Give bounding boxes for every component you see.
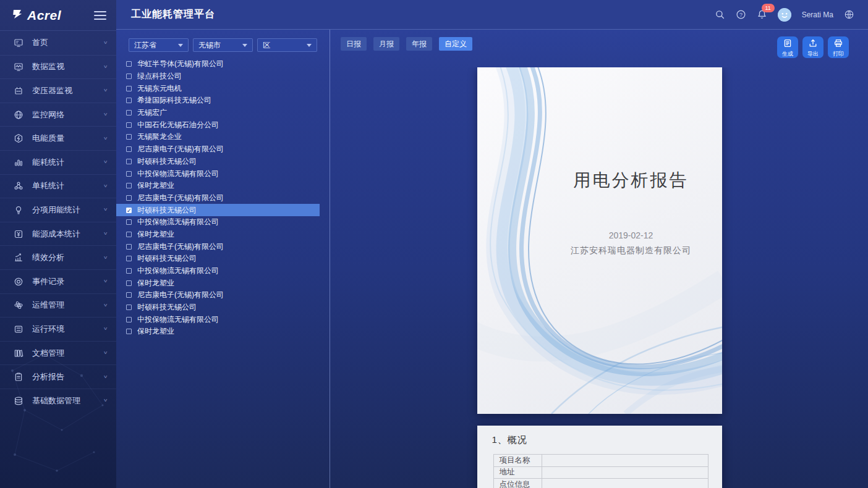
language-globe-icon[interactable] [844,9,854,20]
company-list-item[interactable]: 保时龙塑业 [116,180,320,192]
company-checkbox[interactable] [126,305,132,310]
power-quality-icon [14,133,24,144]
subentry-energy-icon [14,204,24,215]
notifications-bell[interactable]: 11 [757,9,767,20]
chevron-down-icon: ᵛ [104,374,107,381]
company-list-item[interactable]: 时硕科技无锡公司 [116,253,320,265]
company-checkbox[interactable] [126,232,132,237]
company-list-item[interactable]: 绿点科技公司 [116,70,320,83]
region-select[interactable]: 江苏省 [129,38,189,52]
report-overview-page: 1、概况 项目名称 地址 点位信息 [477,426,722,488]
company-list-item[interactable]: 时硕科技无锡公司 [116,301,320,314]
analysis-report-icon [14,372,24,382]
company-checkbox[interactable] [126,171,132,177]
sidebar-item-energy-cost[interactable]: 能源成本统计 ᵛ [0,222,116,246]
app-window: Acrel 首页 ᵛ 数据监视 ᵛ 变压器监视 ᵛ 监控网络 ᵛ 电能质量 ᵛ … [0,0,868,488]
company-list-item[interactable]: 保时龙塑业 [116,229,320,241]
report-period-tabs: 日报月报年报自定义 [341,37,472,51]
sidebar-item-power-quality[interactable]: 电能质量 ᵛ [0,126,116,150]
region-select[interactable]: 无锡市 [193,38,253,52]
sidebar-item-performance-analysis[interactable]: 绩效分析 ᵛ [0,245,116,269]
company-checkbox[interactable] [126,86,132,91]
company-list-item[interactable]: 中国石化无锡石油分公司 [116,119,320,131]
company-checkbox[interactable] [126,159,132,164]
chevron-down-icon: ᵛ [104,350,107,356]
company-list-item[interactable]: 无锡聚龙企业 [116,131,320,143]
company-checkbox[interactable] [126,256,132,261]
sidebar-item-subentry-energy[interactable]: 分项用能统计 ᵛ [0,198,116,222]
company-list-item[interactable]: 中投保物流无锡有限公司 [116,216,320,229]
company-checkbox[interactable] [126,146,132,152]
company-list-item[interactable]: 尼吉康电子(无锡)有限公司 [116,143,320,156]
search-icon[interactable] [715,9,725,20]
company-list-item[interactable]: 中投保物流无锡有限公司 [116,167,320,180]
report-period-tab[interactable]: 月报 [373,37,399,51]
company-checkbox[interactable] [126,74,132,79]
sidebar-item-ops-management[interactable]: 运维管理 ᵛ [0,293,116,318]
chevron-down-icon: ᵛ [104,206,107,213]
notification-count-badge: 11 [762,4,775,12]
company-list-item[interactable]: 无锡东元电机 [116,82,320,95]
report-action-button[interactable]: 导出 [802,36,823,58]
sidebar-item-document-management[interactable]: 文档管理 ᵛ [0,341,116,365]
company-list-item[interactable]: 尼吉康电子(无锡)有限公司 [116,192,320,204]
company-checkbox[interactable] [126,268,132,274]
menu-collapse-icon[interactable] [94,11,106,20]
company-checkbox[interactable] [126,134,132,140]
company-checkbox[interactable] [126,122,132,128]
company-list-item[interactable]: 华虹半导体(无锡)有限公司 [116,58,320,70]
sidebar-item-network-monitor[interactable]: 监控网络 ᵛ [0,103,116,127]
print-icon [833,38,843,51]
company-checkbox[interactable]: ✓ [126,208,132,213]
user-name[interactable]: Serati Ma [802,11,833,19]
avatar[interactable] [778,8,791,22]
report-action-button[interactable]: 打印 [828,36,849,58]
company-checkbox[interactable] [126,244,132,250]
chevron-down-icon: ᵛ [104,278,107,285]
company-checkbox[interactable] [126,110,132,116]
company-checkbox[interactable] [126,329,132,334]
company-selector-panel: 江苏省 无锡市 区 华虹半导体(无锡)有限公司 绿点科技公司 无锡东元电机 希捷… [116,30,330,488]
top-header: 工业能耗管理平台 ? 11 Serati Ma [116,0,868,30]
company-checkbox[interactable] [126,195,132,201]
company-checkbox[interactable] [126,292,132,298]
company-checkbox[interactable] [126,219,132,225]
sidebar-item-data-monitor[interactable]: 数据监视 ᵛ [0,55,116,79]
company-checkbox[interactable] [126,317,132,322]
sidebar-item-analysis-report[interactable]: 分析报告 ᵛ [0,364,116,389]
company-list-item[interactable]: ✓ 时硕科技无锡公司 [116,204,320,216]
energy-stats-icon [14,157,24,167]
region-select[interactable]: 区 [257,38,317,52]
sidebar-item-base-data[interactable]: 基础数据管理 ᵛ [0,389,116,413]
company-checkbox[interactable] [126,61,132,67]
report-period-tab[interactable]: 日报 [341,37,367,51]
overview-table: 项目名称 地址 点位信息 [493,454,708,488]
help-icon[interactable]: ? [736,9,746,20]
sidebar-item-transformer-monitor[interactable]: 变压器监视 ᵛ [0,78,116,103]
unit-consumption-icon [14,181,24,191]
sidebar-item-energy-stats[interactable]: 能耗统计 ᵛ [0,150,116,174]
company-list-item[interactable]: 保时龙塑业 [116,277,320,289]
company-list-item[interactable]: 保时龙塑业 [116,326,320,338]
company-list-item[interactable]: 希捷国际科技无锡公司 [116,95,320,107]
report-period-tab[interactable]: 年报 [406,37,432,51]
company-list-item[interactable]: 无锡宏广 [116,107,320,119]
sidebar-item-runtime-env[interactable]: 运行环境 ᵛ [0,317,116,341]
sidebar-item-unit-consumption[interactable]: 单耗统计 ᵛ [0,174,116,198]
chevron-down-icon: ᵛ [104,159,107,166]
company-list-item[interactable]: 时硕科技无锡公司 [116,156,320,168]
performance-analysis-icon [14,253,24,263]
company-checkbox[interactable] [126,183,132,188]
company-list-item[interactable]: 中投保物流无锡有限公司 [116,313,320,326]
sidebar-item-event-log[interactable]: 事件记录 ᵛ [0,269,116,293]
company-list-item[interactable]: 中投保物流无锡有限公司 [116,265,320,277]
company-list-item[interactable]: 尼吉康电子(无锡)有限公司 [116,240,320,253]
company-checkbox[interactable] [126,98,132,103]
company-checkbox[interactable] [126,280,132,286]
report-period-tab[interactable]: 自定义 [439,37,472,51]
brand-logo: Acrel [11,8,61,23]
report-action-button[interactable]: 生成 [777,36,798,58]
sidebar-item-home[interactable]: 首页 ᵛ [0,31,116,55]
report-action-buttons: 生成 导出 打印 [777,36,849,58]
company-list-item[interactable]: 尼吉康电子(无锡)有限公司 [116,289,320,301]
